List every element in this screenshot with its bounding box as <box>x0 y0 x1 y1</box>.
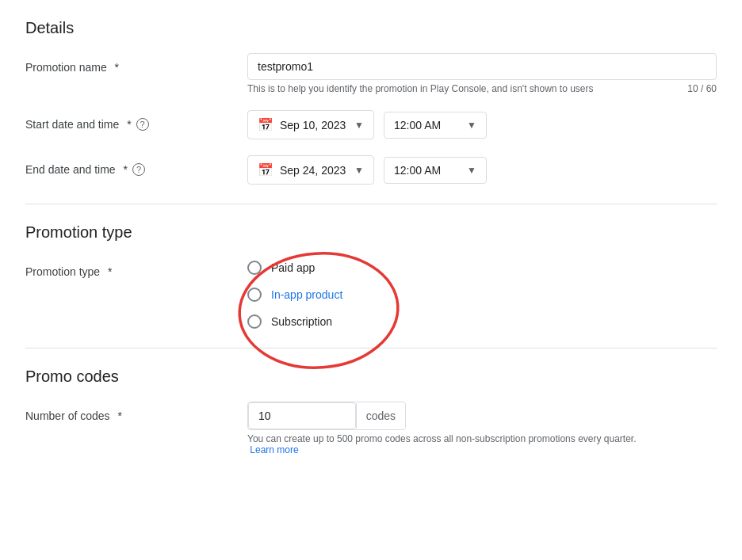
start-date-help-icon[interactable]: ? <box>136 118 149 131</box>
radio-subscription-circle <box>247 314 262 329</box>
details-divider <box>25 204 717 204</box>
radio-paid-app[interactable]: Paid app <box>247 261 717 275</box>
promotion-name-control: This is to help you identify the promoti… <box>247 53 717 94</box>
end-calendar-icon: 📅 <box>258 162 273 177</box>
end-date-row: End date and time * ? 📅 Sep 24, 2023 ▼ 1… <box>25 155 717 185</box>
details-section: Details Promotion name * This is to help… <box>25 19 717 185</box>
end-date-control: 📅 Sep 24, 2023 ▼ 12:00 AM ▼ <box>247 155 717 185</box>
start-time-chevron-icon: ▼ <box>467 120 476 131</box>
details-title: Details <box>25 19 717 37</box>
promotion-name-input[interactable] <box>247 53 717 80</box>
end-date-time-row: 📅 Sep 24, 2023 ▼ 12:00 AM ▼ <box>247 155 717 185</box>
promotion-type-section: Promotion type Promotion type * Paid app… <box>25 223 717 329</box>
calendar-icon: 📅 <box>258 117 273 132</box>
promotion-type-label: Promotion type * <box>25 257 247 278</box>
start-date-chevron-icon: ▼ <box>354 120 364 131</box>
end-date-help-icon[interactable]: ? <box>132 163 145 176</box>
start-date-label: Start date and time * ? <box>25 110 247 131</box>
start-date-time-row: 📅 Sep 10, 2023 ▼ 12:00 AM ▼ <box>247 110 717 139</box>
radio-in-app-circle <box>247 288 262 302</box>
promotion-type-radio-group: Paid app In-app product Subscription <box>247 257 717 329</box>
end-date-label: End date and time * ? <box>25 155 247 176</box>
promotion-name-label: Promotion name * <box>25 53 247 74</box>
promotion-type-title: Promotion type <box>25 223 717 242</box>
codes-input-wrapper: codes <box>247 402 406 430</box>
radio-subscription[interactable]: Subscription <box>247 314 717 329</box>
end-time-picker[interactable]: 12:00 AM ▼ <box>384 157 487 184</box>
start-date-picker[interactable]: 📅 Sep 10, 2023 ▼ <box>247 110 374 139</box>
promotion-name-row: Promotion name * This is to help you ide… <box>25 53 717 94</box>
codes-suffix: codes <box>356 403 405 429</box>
end-date-picker[interactable]: 📅 Sep 24, 2023 ▼ <box>247 155 374 185</box>
codes-hint: You can create up to 500 promo codes acr… <box>247 433 644 455</box>
number-of-codes-label: Number of codes * <box>25 402 247 422</box>
start-date-row: Start date and time * ? 📅 Sep 10, 2023 ▼… <box>25 110 717 139</box>
number-of-codes-control: codes You can create up to 500 promo cod… <box>247 402 717 455</box>
promotion-type-row: Promotion type * Paid app In-app product <box>25 257 717 329</box>
end-time-chevron-icon: ▼ <box>467 165 476 176</box>
radio-subscription-label: Subscription <box>271 315 332 328</box>
learn-more-link[interactable]: Learn more <box>250 444 298 455</box>
start-date-control: 📅 Sep 10, 2023 ▼ 12:00 AM ▼ <box>247 110 717 139</box>
promo-codes-section: Promo codes Number of codes * codes You … <box>25 368 717 455</box>
promo-codes-title: Promo codes <box>25 368 717 386</box>
promo-codes-divider <box>25 348 717 349</box>
radio-paid-app-label: Paid app <box>271 261 315 274</box>
codes-input[interactable] <box>248 402 356 429</box>
radio-in-app-product[interactable]: In-app product <box>247 288 717 302</box>
promotion-type-control: Paid app In-app product Subscription <box>247 257 717 329</box>
promotion-name-hint: This is to help you identify the promoti… <box>247 83 717 94</box>
start-time-picker[interactable]: 12:00 AM ▼ <box>384 112 487 139</box>
radio-in-app-label: In-app product <box>271 288 342 301</box>
number-of-codes-row: Number of codes * codes You can create u… <box>25 402 717 455</box>
radio-paid-app-circle <box>247 261 262 275</box>
end-date-chevron-icon: ▼ <box>354 165 364 176</box>
